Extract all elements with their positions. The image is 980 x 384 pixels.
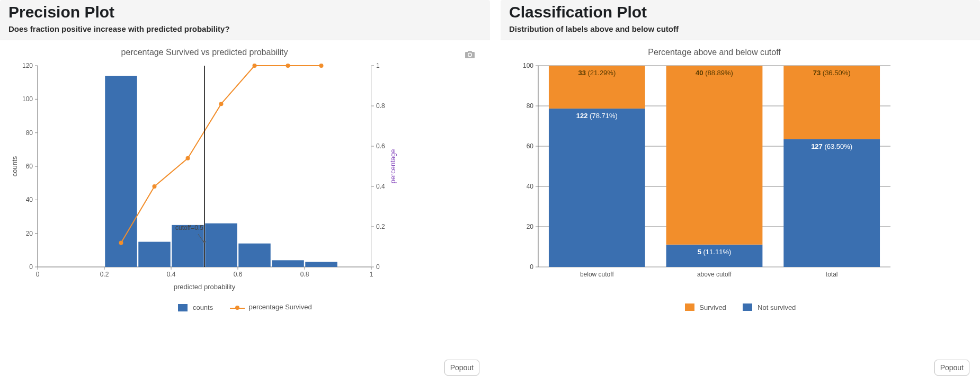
panel-subtitle: Distribution of labels above and below c… xyxy=(509,24,972,33)
svg-text:60: 60 xyxy=(527,142,534,150)
popout-button[interactable]: Popout xyxy=(934,360,969,376)
svg-point-49 xyxy=(119,240,123,245)
svg-text:0: 0 xyxy=(29,263,33,271)
svg-text:73 (36.50%): 73 (36.50%) xyxy=(813,69,851,77)
svg-point-53 xyxy=(253,64,257,68)
svg-rect-48 xyxy=(305,262,337,267)
svg-text:33 (21.29%): 33 (21.29%) xyxy=(578,69,616,77)
precision-panel: Precision Plot Does fraction positive in… xyxy=(0,0,490,384)
svg-point-52 xyxy=(219,102,224,106)
svg-text:Percentage above and below cut: Percentage above and below cutoff xyxy=(648,48,781,57)
svg-rect-45 xyxy=(205,224,237,267)
legend-not-survived[interactable]: Not survived xyxy=(743,303,796,312)
svg-text:100: 100 xyxy=(523,62,533,69)
svg-text:counts: counts xyxy=(11,156,19,176)
svg-rect-46 xyxy=(238,244,270,267)
svg-text:127 (63.50%): 127 (63.50%) xyxy=(811,142,852,150)
camera-icon[interactable] xyxy=(465,50,475,61)
svg-rect-43 xyxy=(138,242,170,267)
legend-counts[interactable]: counts xyxy=(178,303,213,312)
svg-rect-47 xyxy=(272,260,304,267)
svg-text:0.2: 0.2 xyxy=(376,223,385,230)
svg-point-50 xyxy=(153,184,157,189)
svg-text:80: 80 xyxy=(527,102,534,110)
panel-title: Precision Plot xyxy=(8,3,482,21)
svg-text:40: 40 xyxy=(527,183,534,190)
popout-button[interactable]: Popout xyxy=(444,360,479,376)
svg-point-55 xyxy=(319,64,324,68)
svg-text:0.6: 0.6 xyxy=(376,142,385,150)
panel-title: Classification Plot xyxy=(509,3,972,21)
svg-rect-42 xyxy=(105,76,137,267)
svg-text:80: 80 xyxy=(26,129,33,137)
precision-legend: counts percentage Survived xyxy=(8,303,482,312)
legend-survived[interactable]: Survived xyxy=(685,303,726,312)
svg-point-54 xyxy=(286,64,290,68)
classification-panel: Classification Plot Distribution of labe… xyxy=(490,0,980,384)
svg-text:percentage Survived vs predict: percentage Survived vs predicted probabi… xyxy=(121,48,288,57)
svg-text:20: 20 xyxy=(527,223,534,230)
svg-text:120: 120 xyxy=(22,62,33,69)
svg-text:predicted probability: predicted probability xyxy=(174,283,236,291)
svg-point-51 xyxy=(186,156,190,160)
panel-header: Classification Plot Distribution of labe… xyxy=(501,0,980,40)
classification-legend: Survived Not survived xyxy=(509,303,972,311)
svg-text:1: 1 xyxy=(376,62,380,69)
svg-text:below cutoff: below cutoff xyxy=(580,271,614,278)
svg-text:0.2: 0.2 xyxy=(100,271,109,278)
svg-rect-91 xyxy=(783,139,880,267)
panel-subtitle: Does fraction positive increase with pre… xyxy=(8,24,482,33)
svg-text:20: 20 xyxy=(26,230,33,237)
svg-text:0: 0 xyxy=(530,263,533,271)
svg-text:0.4: 0.4 xyxy=(167,271,176,278)
svg-rect-87 xyxy=(666,66,763,245)
svg-text:40: 40 xyxy=(26,196,33,203)
precision-chart: percentage Survived vs predicted probabi… xyxy=(8,44,400,299)
svg-text:total: total xyxy=(826,271,838,278)
svg-text:5 (11.11%): 5 (11.11%) xyxy=(698,248,732,256)
svg-text:0.4: 0.4 xyxy=(376,183,385,190)
svg-text:60: 60 xyxy=(26,163,33,170)
classification-chart: Percentage above and below cutoff0204060… xyxy=(509,44,901,299)
svg-text:0.8: 0.8 xyxy=(300,271,309,278)
panel-header: Precision Plot Does fraction positive in… xyxy=(0,0,490,40)
svg-text:cutoff=0.5: cutoff=0.5 xyxy=(175,224,203,231)
svg-text:0.8: 0.8 xyxy=(376,102,385,110)
legend-percentage-survived[interactable]: percentage Survived xyxy=(230,303,312,312)
svg-text:percentage: percentage xyxy=(389,149,397,183)
svg-text:above cutoff: above cutoff xyxy=(697,271,732,278)
svg-text:0: 0 xyxy=(376,263,380,271)
svg-text:100: 100 xyxy=(22,95,33,103)
svg-text:1: 1 xyxy=(370,271,373,278)
svg-text:40 (88.89%): 40 (88.89%) xyxy=(696,69,733,77)
svg-text:0.6: 0.6 xyxy=(234,271,243,278)
svg-text:0: 0 xyxy=(36,271,40,278)
svg-rect-81 xyxy=(549,109,645,267)
svg-text:122 (78.71%): 122 (78.71%) xyxy=(576,112,618,120)
